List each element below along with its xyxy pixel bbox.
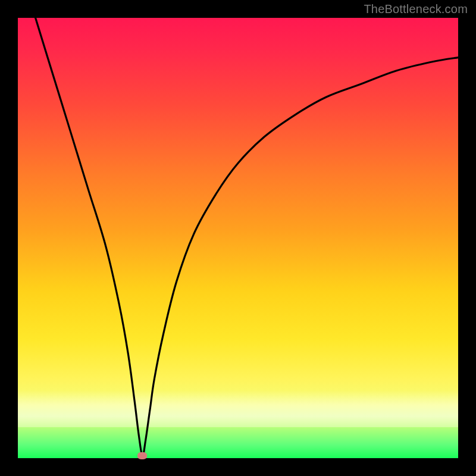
bottleneck-curve	[18, 18, 458, 458]
plot-area	[18, 18, 458, 458]
watermark-text: TheBottleneck.com	[364, 2, 468, 16]
minimum-marker	[137, 452, 147, 459]
chart-frame: TheBottleneck.com	[0, 0, 476, 476]
